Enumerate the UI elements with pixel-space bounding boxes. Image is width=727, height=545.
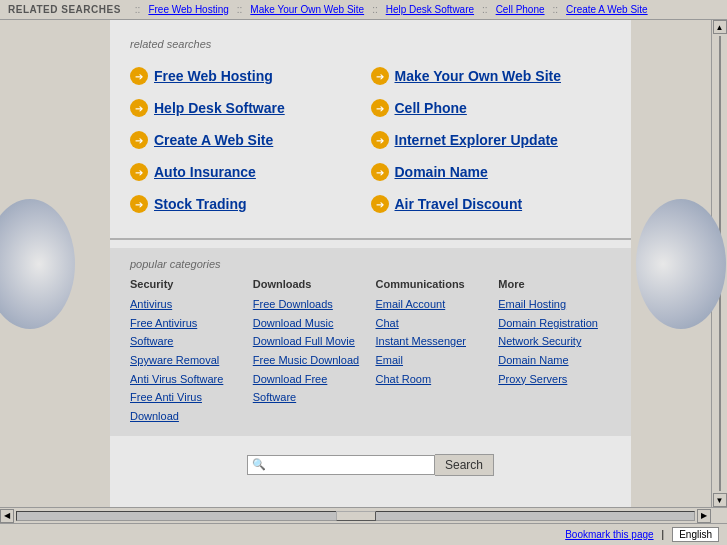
top-link-4[interactable]: Cell Phone — [496, 4, 545, 15]
link-make-own-web-site[interactable]: Make Your Own Web Site — [395, 68, 561, 84]
size-grip — [711, 508, 727, 524]
list-item: ➔ Internet Explorer Update — [371, 124, 612, 156]
link-chat[interactable]: Chat — [376, 314, 489, 333]
link-proxy-servers[interactable]: Proxy Servers — [498, 370, 611, 389]
category-more: More Email Hosting Domain Registration N… — [498, 278, 611, 426]
link-download-full-movie[interactable]: Download Full Movie — [253, 332, 366, 351]
list-item: ➔ Free Web Hosting — [130, 60, 371, 92]
link-create-web-site[interactable]: Create A Web Site — [154, 132, 273, 148]
link-chat-room[interactable]: Chat Room — [376, 370, 489, 389]
list-item: ➔ Make Your Own Web Site — [371, 60, 612, 92]
scroll-h-thumb[interactable] — [336, 511, 376, 521]
link-spyware-removal[interactable]: Spyware Removal — [130, 351, 243, 370]
link-anti-virus-software[interactable]: Anti Virus Software — [130, 370, 243, 389]
separator: | — [662, 529, 665, 540]
search-bar: 🔍 Search — [110, 446, 631, 484]
category-communications: Communications Email Account Chat Instan… — [376, 278, 489, 426]
list-item: ➔ Air Travel Discount — [371, 188, 612, 220]
category-communications-header: Communications — [376, 278, 489, 290]
top-link-5[interactable]: Create A Web Site — [566, 4, 648, 15]
arrow-icon: ➔ — [130, 99, 148, 117]
sep5: :: — [553, 4, 559, 15]
link-auto-insurance[interactable]: Auto Insurance — [154, 164, 256, 180]
link-air-travel-discount[interactable]: Air Travel Discount — [395, 196, 523, 212]
left-sidebar — [0, 20, 110, 507]
scroll-up-arrow[interactable]: ▲ — [713, 20, 727, 34]
scroll-left-arrow[interactable]: ◀ — [0, 509, 14, 523]
category-security: Security Antivirus Free Antivirus Softwa… — [130, 278, 243, 426]
horizontal-scrollbar: ◀ ▶ — [0, 507, 727, 523]
search-icon: 🔍 — [252, 458, 266, 471]
link-instant-messenger[interactable]: Instant Messenger — [376, 332, 489, 351]
links-grid: ➔ Free Web Hosting ➔ Make Your Own Web S… — [130, 60, 611, 220]
link-internet-explorer[interactable]: Internet Explorer Update — [395, 132, 558, 148]
link-cell-phone[interactable]: Cell Phone — [395, 100, 467, 116]
sep4: :: — [482, 4, 488, 15]
arrow-icon: ➔ — [371, 67, 389, 85]
related-section: related searches ➔ Free Web Hosting ➔ Ma… — [110, 30, 631, 230]
scroll-right-arrow[interactable]: ▶ — [697, 509, 711, 523]
search-button[interactable]: Search — [435, 454, 494, 476]
link-domain-name-more[interactable]: Domain Name — [498, 351, 611, 370]
link-antivirus[interactable]: Antivirus — [130, 295, 243, 314]
arrow-icon: ➔ — [130, 131, 148, 149]
link-help-desk-software[interactable]: Help Desk Software — [154, 100, 285, 116]
list-item: ➔ Domain Name — [371, 156, 612, 188]
category-more-header: More — [498, 278, 611, 290]
link-free-antivirus-software[interactable]: Free Antivirus Software — [130, 314, 243, 351]
related-section-label: related searches — [130, 38, 611, 50]
top-link-2[interactable]: Make Your Own Web Site — [250, 4, 364, 15]
list-item: ➔ Cell Phone — [371, 92, 612, 124]
link-stock-trading[interactable]: Stock Trading — [154, 196, 247, 212]
link-free-web-hosting[interactable]: Free Web Hosting — [154, 68, 273, 84]
language-selector[interactable]: English — [672, 527, 719, 542]
categories-grid: Security Antivirus Free Antivirus Softwa… — [130, 278, 611, 426]
link-free-music-download[interactable]: Free Music Download — [253, 351, 366, 370]
center-content: related searches ➔ Free Web Hosting ➔ Ma… — [110, 20, 631, 507]
popular-section: popular categories Security Antivirus Fr… — [110, 248, 631, 436]
bottom-bar: Bookmark this page | English — [0, 523, 727, 545]
list-item: ➔ Auto Insurance — [130, 156, 371, 188]
arrow-icon: ➔ — [371, 163, 389, 181]
right-sidebar — [631, 20, 711, 507]
category-downloads: Downloads Free Downloads Download Music … — [253, 278, 366, 426]
arrow-icon: ➔ — [130, 67, 148, 85]
link-free-downloads[interactable]: Free Downloads — [253, 295, 366, 314]
arrow-icon: ➔ — [371, 131, 389, 149]
arrow-icon: ➔ — [371, 99, 389, 117]
list-item: ➔ Help Desk Software — [130, 92, 371, 124]
link-email[interactable]: Email — [376, 351, 489, 370]
link-network-security[interactable]: Network Security — [498, 332, 611, 351]
top-link-3[interactable]: Help Desk Software — [386, 4, 474, 15]
bookmark-link[interactable]: Bookmark this page — [565, 529, 653, 540]
sep2: :: — [237, 4, 243, 15]
category-downloads-header: Downloads — [253, 278, 366, 290]
search-box: 🔍 — [247, 455, 435, 475]
arrow-icon: ➔ — [130, 163, 148, 181]
search-input[interactable] — [270, 458, 430, 472]
top-link-1[interactable]: Free Web Hosting — [148, 4, 228, 15]
sep1: :: — [135, 4, 141, 15]
link-domain-registration[interactable]: Domain Registration — [498, 314, 611, 333]
related-searches-label: RELATED SEARCHES — [8, 4, 121, 15]
link-download-music[interactable]: Download Music — [253, 314, 366, 333]
popular-section-label: popular categories — [130, 258, 611, 270]
link-download-free-software[interactable]: Download Free Software — [253, 370, 366, 407]
divider — [110, 238, 631, 240]
scroll-track — [16, 511, 695, 521]
link-email-account[interactable]: Email Account — [376, 295, 489, 314]
list-item: ➔ Create A Web Site — [130, 124, 371, 156]
top-bar: RELATED SEARCHES :: Free Web Hosting :: … — [0, 0, 727, 20]
link-free-anti-virus-download[interactable]: Free Anti Virus Download — [130, 388, 243, 425]
right-circle-decoration — [636, 199, 726, 329]
scroll-down-arrow[interactable]: ▼ — [713, 493, 727, 507]
arrow-icon: ➔ — [371, 195, 389, 213]
link-email-hosting[interactable]: Email Hosting — [498, 295, 611, 314]
sep3: :: — [372, 4, 378, 15]
link-domain-name[interactable]: Domain Name — [395, 164, 488, 180]
list-item: ➔ Stock Trading — [130, 188, 371, 220]
arrow-icon: ➔ — [130, 195, 148, 213]
main-area: related searches ➔ Free Web Hosting ➔ Ma… — [0, 20, 727, 507]
left-circle-decoration — [0, 199, 75, 329]
category-security-header: Security — [130, 278, 243, 290]
